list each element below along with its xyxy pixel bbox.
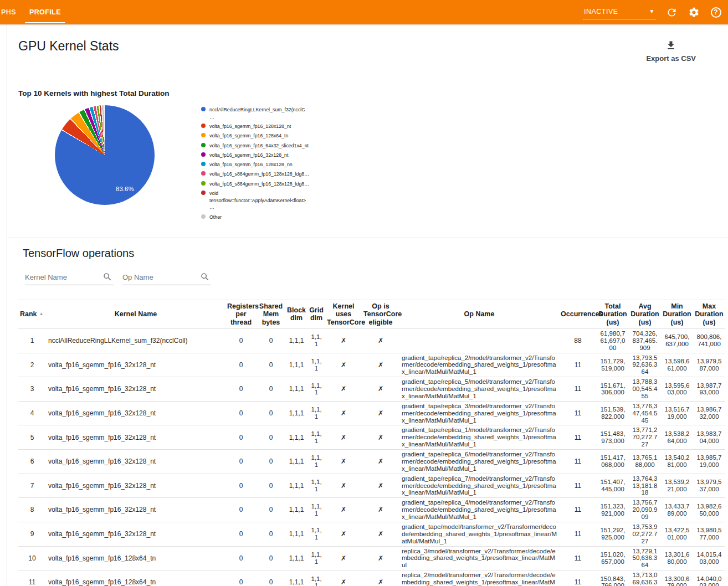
col-header-label: Kernel uses TensorCore bbox=[327, 302, 365, 326]
col-header-label: Total Duration (us) bbox=[598, 302, 627, 326]
cell-op-is-tensorcore-eligible: ✗ bbox=[362, 498, 399, 522]
legend-label: ncclAllReduceRingLLKernel_sum_f32(ncclC… bbox=[209, 106, 310, 121]
cell-kernel-uses-tensorcore: ✗ bbox=[325, 425, 362, 450]
gear-icon[interactable] bbox=[687, 6, 700, 19]
cell-occurrences: 11 bbox=[559, 474, 597, 498]
kernel-name-filter-input[interactable] bbox=[25, 273, 97, 281]
run-select[interactable]: INACTIVE ▼ bbox=[583, 6, 656, 19]
cell-block-dim: 1,1,1 bbox=[285, 401, 307, 425]
cell-kernel-name: volta_fp16_sgemm_fp16_32x128_nt bbox=[46, 425, 225, 450]
col-header-max-duration-us[interactable]: Max Duration (us) bbox=[693, 300, 725, 328]
cell-op-name: gradient_tape/replica_5/model/transforme… bbox=[399, 377, 559, 402]
cell-min-duration-us: 13,300,679,000 bbox=[661, 570, 693, 586]
cell-occurrences: 11 bbox=[559, 546, 597, 570]
cell-occurrences: 11 bbox=[559, 522, 597, 546]
col-header-rank[interactable]: Rank▲ bbox=[18, 300, 46, 328]
cell-shared-mem-bytes: 0 bbox=[257, 546, 285, 570]
cell-kernel-name: volta_fp16_sgemm_fp16_32x128_nt bbox=[46, 474, 225, 498]
col-header-avg-duration-us[interactable]: Avg Duration (us) bbox=[629, 300, 661, 328]
tab-profile[interactable]: PROFILE bbox=[22, 0, 69, 24]
cell-grid-dim: 1,1,1 bbox=[307, 401, 325, 425]
cell-op-name: replica_2/model/transformer_v2/Transform… bbox=[399, 570, 559, 586]
table-row: 3volta_fp16_sgemm_fp16_32x128_nt001,1,11… bbox=[18, 377, 725, 402]
legend-swatch bbox=[201, 133, 206, 137]
col-header-kernel-uses-tensorcore[interactable]: Kernel uses TensorCore bbox=[325, 300, 362, 328]
col-header-op-name[interactable]: Op Name bbox=[399, 300, 559, 328]
legend-item: void tensorflow::functor::ApplyAdamKerne… bbox=[201, 190, 310, 211]
legend-item: ncclAllReduceRingLLKernel_sum_f32(ncclC… bbox=[201, 106, 310, 121]
cell-kernel-uses-tensorcore: ✗ bbox=[325, 546, 362, 570]
cell-max-duration-us: 14,015,403,000 bbox=[693, 546, 725, 570]
cell-max-duration-us: 13,983,704,000 bbox=[693, 425, 725, 450]
col-header-block-dim[interactable]: Block dim bbox=[285, 300, 307, 328]
cell-total-duration-us: 151,407,445,000 bbox=[597, 474, 629, 498]
cell-rank: 7 bbox=[18, 474, 46, 498]
col-header-total-duration-us[interactable]: Total Duration (us) bbox=[597, 300, 629, 328]
cell-block-dim: 1,1,1 bbox=[285, 570, 307, 586]
cell-registers-per-thread: 0 bbox=[225, 328, 257, 353]
cell-kernel-name: volta_fp16_sgemm_fp16_32x128_nt bbox=[46, 522, 225, 546]
pie-chart-area: 83.6% ncclAllReduceRingLLKernel_sum_f32(… bbox=[18, 105, 719, 223]
legend-item: volta_fp16_sgemm_fp16_128x64_tn bbox=[201, 132, 310, 140]
op-name-filter-input[interactable] bbox=[122, 273, 194, 281]
cell-op-name bbox=[399, 328, 559, 353]
cell-op-is-tensorcore-eligible: ✗ bbox=[362, 522, 399, 546]
table-row: 8volta_fp16_sgemm_fp16_32x128_nt001,1,11… bbox=[18, 498, 725, 522]
col-header-op-is-tensorcore-eligible[interactable]: Op is TensorCore eligible bbox=[362, 300, 399, 328]
col-header-shared-mem-bytes[interactable]: Shared Mem bytes bbox=[257, 300, 285, 328]
cell-rank: 11 bbox=[18, 570, 46, 586]
cell-kernel-name: volta_fp16_sgemm_fp16_32x128_nt bbox=[46, 498, 225, 522]
tab-bar: PHS PROFILE bbox=[0, 0, 69, 24]
cell-block-dim: 1,1,1 bbox=[285, 377, 307, 402]
cell-rank: 3 bbox=[18, 377, 46, 402]
cell-kernel-uses-tensorcore: ✗ bbox=[325, 377, 362, 402]
cell-max-duration-us: 13,985,719,000 bbox=[693, 450, 725, 474]
download-icon bbox=[665, 40, 676, 53]
col-header-label: Block dim bbox=[287, 306, 306, 322]
refresh-icon[interactable] bbox=[665, 6, 678, 19]
col-header-registers-per-thread[interactable]: Registers per thread bbox=[225, 300, 257, 328]
cell-total-duration-us: 151,292,925,000 bbox=[597, 522, 629, 546]
cell-grid-dim: 1,1,1 bbox=[307, 474, 325, 498]
main-content: GPU Kernel Stats Export as CSV Top 10 Ke… bbox=[7, 24, 728, 586]
cell-total-duration-us: 151,671,306,000 bbox=[597, 377, 629, 402]
export-csv-button[interactable]: Export as CSV bbox=[646, 40, 696, 63]
legend-swatch bbox=[201, 143, 206, 147]
cell-shared-mem-bytes: 0 bbox=[257, 498, 285, 522]
col-header-grid-dim[interactable]: Grid dim bbox=[307, 300, 325, 328]
pie-chart: 83.6% bbox=[55, 105, 155, 205]
cell-avg-duration-us: 13,788,300,545.455 bbox=[629, 377, 661, 402]
cell-min-duration-us: 13,422,501,000 bbox=[661, 522, 693, 546]
cell-min-duration-us: 13,301,680,000 bbox=[661, 546, 693, 570]
table-row: 5volta_fp16_sgemm_fp16_32x128_nt001,1,11… bbox=[18, 425, 725, 450]
cell-avg-duration-us: 13,771,270,272.727 bbox=[629, 425, 661, 450]
cell-grid-dim: 1,1,1 bbox=[307, 570, 325, 586]
cell-total-duration-us: 150,843,766,000 bbox=[597, 570, 629, 586]
cell-op-is-tensorcore-eligible: ✗ bbox=[362, 570, 399, 586]
cell-kernel-name: volta_fp16_sgemm_fp16_128x64_tn bbox=[46, 570, 225, 586]
cell-op-is-tensorcore-eligible: ✗ bbox=[362, 425, 399, 450]
cell-avg-duration-us: 704,326,837,465.909 bbox=[629, 328, 661, 353]
cell-kernel-uses-tensorcore: ✗ bbox=[325, 401, 362, 425]
table-header-row: Rank▲Kernel NameRegisters per threadShar… bbox=[18, 300, 725, 328]
cell-max-duration-us: 13,979,587,000 bbox=[693, 353, 725, 377]
col-header-occurrences[interactable]: Occurrences bbox=[559, 300, 597, 328]
cell-rank: 4 bbox=[18, 401, 46, 425]
cell-rank: 8 bbox=[18, 498, 46, 522]
cell-registers-per-thread: 0 bbox=[225, 353, 257, 377]
col-header-kernel-name[interactable]: Kernel Name bbox=[46, 300, 225, 328]
legend-item: volta_fp16_sgemm_fp16_64x32_sliced1x4_nt bbox=[201, 142, 310, 150]
cell-rank: 5 bbox=[18, 425, 46, 450]
help-icon[interactable]: ? bbox=[709, 6, 722, 19]
cell-max-duration-us: 13,979,537,000 bbox=[693, 474, 725, 498]
legend-item: volta_fp16_s884gemm_fp16_128x128_ldg8… bbox=[201, 181, 310, 188]
col-header-label: Avg Duration (us) bbox=[630, 302, 659, 326]
legend-swatch bbox=[201, 124, 206, 128]
tab-graphs-partial[interactable]: PHS bbox=[0, 0, 22, 24]
cell-occurrences: 11 bbox=[559, 570, 597, 586]
legend-swatch bbox=[201, 181, 206, 186]
col-header-min-duration-us[interactable]: Min Duration (us) bbox=[661, 300, 693, 328]
cell-avg-duration-us: 13,765,188,000 bbox=[629, 450, 661, 474]
cell-shared-mem-bytes: 0 bbox=[257, 425, 285, 450]
col-header-label: Rank bbox=[20, 310, 37, 318]
